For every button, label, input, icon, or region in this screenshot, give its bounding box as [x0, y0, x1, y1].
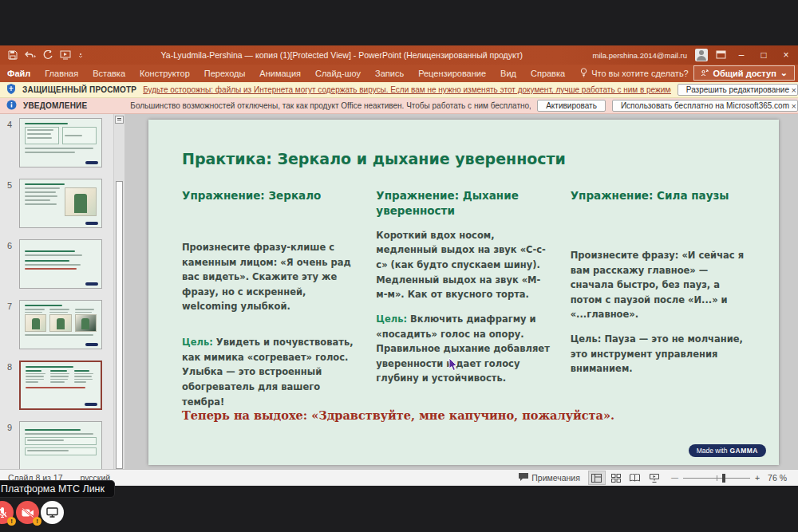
screen-share-button[interactable] [41, 501, 64, 524]
panel-collapse-handle-icon[interactable] [115, 116, 124, 124]
tab-record[interactable]: Запись [368, 65, 411, 82]
slide-thumbnail-7[interactable] [19, 300, 102, 349]
banner-close-icon[interactable]: × [792, 101, 796, 111]
thumb-decor [26, 370, 96, 384]
slide-title: Практика: Зеркало и дыхание уверенности [182, 150, 745, 167]
slide-number: 6 [0, 239, 19, 250]
workspace: 4 5 [0, 114, 798, 469]
slide-footer-text: Теперь на выдохе: «Здравствуйте, мне кап… [182, 408, 614, 422]
zoom-slider-midpoint [717, 475, 717, 481]
thumb-decor [25, 127, 97, 144]
column-body: Короткий вдох носом, медленный выдох на … [376, 228, 551, 302]
thumbnail-row: 7 [0, 300, 113, 349]
exercise-column-pause: Упражнение: Сила паузы Произнесите фразу… [571, 188, 745, 409]
camera-warning-badge: ! [33, 517, 41, 526]
platform-tooltip-label: Платформа МТС Линк [1, 483, 105, 495]
thumb-decor [25, 152, 75, 153]
reading-view-icon[interactable] [626, 471, 644, 485]
column-heading: Упражнение: Сила паузы [571, 188, 745, 203]
thumb-decor [26, 387, 85, 388]
thumb-gamma-pill [85, 222, 98, 225]
use-free-button[interactable]: Использовать бесплатно на Microsoft365.c… [612, 100, 798, 112]
slide-sorter-view-icon[interactable] [607, 471, 625, 485]
thumb-gamma-pill [85, 282, 98, 286]
platform-tooltip: Платформа МТС Линк [0, 480, 115, 498]
minimize-button[interactable]: – [734, 45, 749, 65]
thumb-decor [25, 250, 75, 252]
zoom-slider[interactable] [683, 478, 750, 479]
slideshow-view-icon[interactable] [646, 471, 663, 485]
exercise-column-mirror: Упражнение: Зеркало Произнесите фразу-кл… [182, 188, 357, 409]
slide-thumbnail-9[interactable] [19, 421, 102, 469]
statusbar-right: Примечания — + 76 % [519, 471, 798, 485]
slide-number: 4 [0, 118, 19, 129]
account-avatar[interactable] [695, 49, 708, 61]
tab-view[interactable]: Вид [493, 65, 523, 82]
thumb-decor [25, 264, 81, 266]
customize-qat-icon[interactable] [78, 52, 83, 58]
slide-columns: Упражнение: Зеркало Произнесите фразу-кл… [182, 188, 745, 409]
scrollbar-thumb[interactable] [116, 181, 123, 469]
tab-home[interactable]: Главная [38, 65, 85, 82]
slide-thumbnail-8-current[interactable] [19, 361, 102, 410]
slide-8[interactable]: Практика: Зеркало и дыхание уверенности … [148, 120, 779, 465]
tell-me-search[interactable]: Что вы хотите сделать? [580, 68, 689, 79]
column-heading: Упражнение: Зеркало [182, 188, 357, 203]
slide-number: 9 [0, 421, 19, 432]
ribbon-display-options-icon[interactable] [716, 50, 726, 61]
notes-toggle[interactable]: Примечания [519, 473, 580, 483]
thumb-decor [25, 123, 68, 124]
close-button[interactable]: × [779, 45, 793, 65]
screen: Ya-Lyudmila-Pershina — копия (1)[Protect… [0, 0, 798, 532]
zoom-slider-thumb[interactable] [722, 474, 725, 483]
exercise-column-breathing: Упражнение: Дыхание уверенности Короткий… [376, 188, 551, 409]
save-icon[interactable] [8, 50, 18, 60]
camera-off-button[interactable]: ! [16, 501, 39, 524]
slide-thumbnail-4[interactable] [19, 118, 102, 167]
column-heading: Упражнение: Дыхание уверенности [376, 188, 551, 219]
share-button[interactable]: Общий доступ ⌄ [693, 65, 795, 81]
undo-icon[interactable] [25, 51, 36, 60]
goal-label: Цель: [376, 313, 407, 325]
maximize-button[interactable]: □ [757, 45, 771, 65]
status-bar: Слайд 8 из 17 русский Примечания — [0, 469, 798, 486]
share-label: Общий доступ [713, 69, 776, 78]
zoom-percentage[interactable]: 76 % [768, 473, 787, 483]
powerpoint-window: Ya-Lyudmila-Pershina — копия (1)[Protect… [0, 45, 798, 486]
thumbnail-row: 5 [0, 179, 113, 228]
tab-review[interactable]: Рецензирование [411, 65, 493, 82]
column-goal: Цель: Включить диафрагму и «посадить» го… [376, 312, 551, 386]
tab-transitions[interactable]: Переходы [197, 65, 253, 82]
tab-insert[interactable]: Вставка [85, 65, 132, 82]
redo-icon[interactable] [43, 50, 53, 60]
thumb-gamma-pill [85, 403, 97, 406]
tab-slideshow[interactable]: Слайд-шоу [308, 65, 368, 82]
slide-thumbnail-5[interactable] [19, 179, 102, 228]
thumb-decor [25, 447, 97, 455]
microphone-warning-badge: ! [7, 517, 16, 526]
activate-button[interactable]: Активировать [537, 100, 606, 112]
thumb-decor [25, 437, 97, 445]
tab-design[interactable]: Конструктор [132, 65, 197, 82]
thumbnail-row: 6 [0, 239, 113, 289]
slide-thumbnail-6[interactable] [19, 239, 102, 289]
start-slideshow-icon[interactable] [60, 50, 71, 60]
tab-animations[interactable]: Анимация [252, 65, 308, 82]
badge-prefix: Made with [697, 447, 728, 455]
quick-access-toolbar [0, 50, 91, 60]
microphone-off-button[interactable]: ! [0, 501, 14, 524]
ribbon-tab-bar: Файл Главная Вставка Конструктор Переход… [0, 65, 798, 82]
made-with-gamma-badge[interactable]: Made with GAMMA [689, 444, 766, 457]
enable-editing-button[interactable]: Разрешить редактирование [678, 84, 798, 96]
normal-view-icon[interactable] [588, 471, 606, 485]
zoom-out-icon[interactable]: — [671, 474, 678, 482]
tab-file[interactable]: Файл [0, 65, 38, 82]
protected-view-banner: ЗАЩИЩЕННЫЙ ПРОСМОТР Будьте осторожны: фа… [0, 82, 798, 98]
thumb-decor [25, 260, 69, 262]
banner-close-icon[interactable]: × [792, 85, 796, 95]
account-email[interactable]: mila.pershina.2014@mail.ru [593, 51, 687, 60]
zoom-in-icon[interactable]: + [755, 473, 760, 483]
thumbnail-scrollbar[interactable] [113, 114, 124, 469]
titlebar-right: mila.pershina.2014@mail.ru – □ × [593, 45, 798, 65]
tab-help[interactable]: Справка [523, 65, 572, 82]
